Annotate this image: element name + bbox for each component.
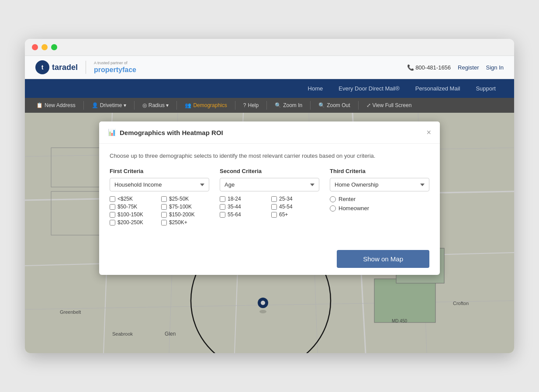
browser-titlebar [25,39,514,56]
radio-renter-input[interactable] [330,196,336,202]
first-criteria-column: First Criteria Household Income Age Home… [110,168,209,225]
header-right: 📞 800-481-1656 Register Sign In [407,64,504,71]
map-container: Greenbelt Glen Seabrook Crofton MD 450 📊 [25,113,514,353]
first-criteria-select[interactable]: Household Income Age Home Ownership Educ… [110,178,209,191]
radio-homeowner[interactable]: Homeowner [330,205,429,212]
toolbar-sep-5 [266,101,267,110]
modal-close-button[interactable]: × [426,128,431,136]
checkbox-25-34-input[interactable] [271,196,277,202]
second-criteria-select[interactable]: Age Household Income Home Ownership Educ… [220,178,319,191]
checkbox-150-200k[interactable]: $150-200K [161,212,209,218]
new-address-icon: 📋 [36,102,43,108]
browser-maximize-btn[interactable] [51,44,57,50]
checkbox-35-44[interactable]: 35-44 [220,204,268,210]
first-criteria-checkboxes: <$25K $25-50K $50-75K $75-100K [110,196,209,225]
fullscreen-icon: ⤢ [366,102,371,108]
demographics-modal: 📊 Demographics with Heatmap ROI × Choose… [99,121,440,275]
propertyface-logo: A trusted partner of propertyface [94,61,136,74]
checkbox-under-25k-input[interactable] [110,196,115,202]
help-label: Help [248,102,259,108]
nav-home[interactable]: Home [300,79,331,98]
nav-eddm[interactable]: Every Door Direct Mail® [331,79,408,98]
radio-homeowner-input[interactable] [330,205,336,212]
toolbar-sep-3 [176,101,177,110]
nav-support[interactable]: Support [468,79,504,98]
show-on-map-button[interactable]: Show on Map [337,250,429,268]
zoom-in-label: Zoom In [283,102,302,108]
toolbar-new-address[interactable]: 📋 New Address [32,101,80,110]
toolbar-demographics[interactable]: 👥 Demographics [180,101,231,110]
phone-number: 📞 800-481-1656 [407,64,451,71]
toolbar-zoom-in[interactable]: 🔍 Zoom In [270,101,307,110]
toolbar-fullscreen[interactable]: ⤢ View Full Screen [362,101,416,110]
toolbar-radius[interactable]: ◎ Radius ▾ [138,101,173,110]
toolbar-sep-7 [358,101,359,110]
help-icon: ? [243,102,246,108]
toolbar-drivetime[interactable]: 👤 Drivetime ▾ [87,101,131,110]
drivetime-icon: 👤 [92,102,98,108]
logo-divider [86,61,86,74]
modal-body: Choose up to three demographic selects t… [99,144,440,243]
zoom-in-icon: 🔍 [275,102,281,108]
checkbox-100-150k-input[interactable] [110,212,115,218]
checkbox-75-100k-input[interactable] [161,204,167,210]
checkbox-65-plus[interactable]: 65+ [271,212,319,218]
taradel-logo: t taradel [35,60,78,74]
checkbox-25-50k[interactable]: $25-50K [161,196,209,202]
modal-footer: Show on Map [99,243,440,275]
checkbox-50-75k[interactable]: $50-75K [110,204,158,210]
checkbox-35-44-input[interactable] [220,204,225,210]
main-nav: Home Every Door Direct Mail® Personalize… [25,79,514,98]
checkbox-200-250k-input[interactable] [110,220,115,225]
toolbar-sep-6 [310,101,311,110]
checkbox-250k-plus-input[interactable] [161,220,167,225]
checkbox-25-50k-input[interactable] [161,196,167,202]
checkbox-55-64[interactable]: 55-64 [220,212,268,218]
register-link[interactable]: Register [458,64,479,71]
radius-label: Radius ▾ [149,102,169,108]
checkbox-250k-plus[interactable]: $250K+ [161,219,209,225]
toolbar-sep-2 [134,101,135,110]
radius-icon: ◎ [142,102,147,108]
second-criteria-label: Second Criteria [220,168,319,174]
partner-text: A trusted partner of [94,61,136,65]
checkbox-under-25k[interactable]: <$25K [110,196,158,202]
checkbox-200-250k[interactable]: $200-250K [110,219,158,225]
browser-minimize-btn[interactable] [41,44,48,50]
checkbox-55-64-input[interactable] [220,212,225,218]
nav-personalized-mail[interactable]: Personalized Mail [408,79,468,98]
checkbox-18-24[interactable]: 18-24 [220,196,268,202]
sign-in-link[interactable]: Sign In [486,64,504,71]
checkbox-18-24-input[interactable] [220,196,225,202]
browser-window: t taradel A trusted partner of propertyf… [25,39,514,353]
modal-title-icon: 📊 [108,128,116,136]
checkbox-65-plus-input[interactable] [271,212,277,218]
app-header: t taradel A trusted partner of propertyf… [25,56,514,79]
checkbox-25-34[interactable]: 25-34 [271,196,319,202]
checkbox-150-200k-input[interactable] [161,212,167,218]
first-criteria-label: First Criteria [110,168,209,174]
toolbar-zoom-out[interactable]: 🔍 Zoom Out [314,101,354,110]
checkbox-45-54-input[interactable] [271,204,277,210]
third-criteria-select[interactable]: Home Ownership Age Household Income Educ… [330,178,429,191]
checkbox-100-150k[interactable]: $100-150K [110,212,158,218]
browser-close-btn[interactable] [32,44,38,50]
modal-title: 📊 Demographics with Heatmap ROI [108,128,223,136]
checkbox-45-54[interactable]: 45-54 [271,204,319,210]
radio-renter[interactable]: Renter [330,196,429,202]
third-criteria-label: Third Criteria [330,168,429,174]
taradel-name: taradel [52,63,78,72]
propertyface-name: propertyface [94,66,136,73]
checkbox-75-100k[interactable]: $75-100K [161,204,209,210]
checkbox-50-75k-input[interactable] [110,204,115,210]
taradel-icon: t [35,60,49,74]
toolbar-help[interactable]: ? Help [239,101,263,110]
home-ownership-radios: Renter Homeowner [330,196,429,212]
modal-overlay: 📊 Demographics with Heatmap ROI × Choose… [25,113,514,353]
toolbar-sep-4 [235,101,235,110]
demographics-label: Demographics [193,102,227,108]
second-criteria-checkboxes: 18-24 25-34 35-44 45-54 [220,196,319,218]
zoom-out-icon: 🔍 [318,102,325,108]
toolbar-sep-1 [83,101,84,110]
drivetime-label: Drivetime ▾ [100,102,126,108]
